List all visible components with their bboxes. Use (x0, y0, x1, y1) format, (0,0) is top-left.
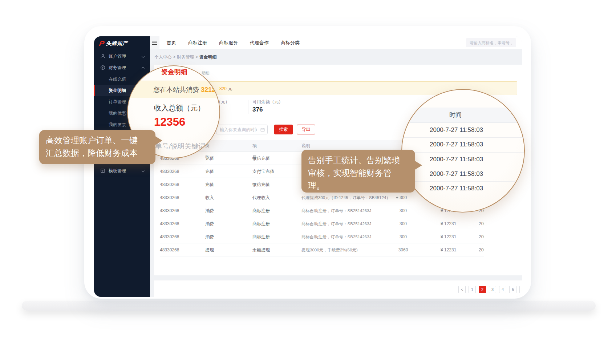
cell-desc: 代理提成300元（ID:1245，订单号：SB45124） (301, 191, 390, 204)
cell-desc: 商标自助注册，订单号：SB2514263J (301, 204, 371, 217)
balance-value: 376 (252, 106, 263, 113)
magnified-tab-label: 资金明细 (161, 68, 187, 76)
cell-item: 支付宝充值 (252, 165, 274, 178)
cell-type: 充值 (205, 165, 214, 178)
magnified-time-header-label: 时间 (449, 108, 462, 123)
cell-amount: + 300 (389, 191, 414, 204)
sidebar-item-account[interactable]: 账户管理 (94, 51, 150, 62)
cell-order: 48330268 (160, 165, 179, 178)
callout-right-line3: 理。 (308, 179, 409, 192)
cell-item: 商标注册 (252, 204, 270, 217)
search-input[interactable] (466, 38, 516, 47)
cell-item: 商标注册 (252, 217, 270, 230)
nav-item-home[interactable]: 首页 (167, 40, 176, 46)
cell-type: 消费 (205, 230, 214, 243)
cell-type: 充值 (205, 152, 214, 165)
sidebar-item-finance[interactable]: 财务管理 (94, 62, 150, 73)
table-row: 48330268 提现 余额提现 提现3000元，手续费2%(60元) – 30… (160, 243, 484, 256)
magnified-income-value: 12356 (154, 116, 185, 129)
chevron-down-icon (142, 169, 145, 172)
sidebar-item-label: 在线充值 (109, 74, 126, 85)
sidebar-item-templates[interactable]: 模板管理 (94, 165, 150, 177)
cell-type: 提现 (205, 243, 214, 256)
stat-divider (248, 100, 248, 114)
header-item[interactable]: 项目 (252, 140, 256, 151)
hamburger-icon (152, 41, 157, 46)
balance-label: 可用余额（元） (252, 99, 283, 105)
nav-menu: 首页 商标注册 商标服务 代理合作 商标分类 (167, 36, 300, 49)
sidebar-item-label: 我的发票 (109, 119, 126, 130)
cell-item: 微信充值 (252, 152, 270, 165)
magnifier-circle-right: 时间 2000-7-27 11:58:03 2000-7-27 11:58:03… (401, 89, 525, 213)
breadcrumb-home[interactable]: 个人中心 (154, 54, 172, 60)
cell-order: 48330268 (160, 243, 179, 256)
magnified-income-label: 收入总额（元） (154, 103, 205, 113)
brand-tagline: · · · · · · · · (109, 46, 128, 49)
cell-balance: ¥ 12231 (441, 243, 456, 256)
breadcrumb: 个人中心 > 财务管理 > 资金明细 (154, 54, 216, 60)
cell-desc: 商标自助注册，订单号：SB2514263J (301, 230, 371, 243)
cell-balance: ¥ 12231 (441, 230, 456, 243)
breadcrumb-finance[interactable]: 财务管理 (177, 54, 194, 60)
cell-desc: 商标自助注册，订单号：SB2514263J (301, 217, 371, 230)
nav-item-agency[interactable]: 代理合作 (250, 40, 269, 46)
breadcrumb-sep: > (195, 54, 198, 60)
cell-order: 48330268 (160, 178, 179, 191)
export-button[interactable]: 导出 (297, 125, 315, 134)
cell-item: 代理收入 (252, 191, 270, 204)
tab-partial-label[interactable]: 明细 (202, 70, 210, 76)
cell-time: 2000-7-27 11:58:03 (479, 230, 484, 243)
page-button-1[interactable]: 1 (469, 286, 476, 293)
chevron-down-icon (142, 55, 145, 58)
nav-item-tm-register[interactable]: 商标注册 (188, 40, 207, 46)
breadcrumb-sep: > (173, 54, 175, 60)
user-icon (100, 54, 105, 59)
cell-time: 2000-7-27 11:58:03 (479, 217, 484, 230)
page-prev-button[interactable]: < (458, 286, 466, 293)
callout-arrow-icon (155, 136, 162, 145)
cell-order: 48330268 (160, 217, 179, 230)
callout-arrow-icon (414, 161, 422, 170)
sidebar-item-label: 订单管理 (109, 96, 126, 108)
page-next-button[interactable]: > (519, 286, 522, 293)
cell-amount: – 300 (389, 204, 414, 217)
cell-type: 收入 (205, 191, 214, 204)
page-button-5[interactable]: 5 (509, 286, 516, 293)
search-button[interactable]: 搜索 (274, 125, 293, 134)
magnified-notice-bar: 您在本站共消费 32124 元 (128, 81, 220, 98)
callout-left: 高效管理账户订单、一键 汇总数据，降低财务成本 (39, 130, 155, 164)
cell-time: 2000-7-27 11:58:03 (479, 243, 484, 256)
cell-type: 充值 (205, 178, 214, 191)
nav-item-tm-classes[interactable]: 商标分类 (281, 40, 300, 46)
menu-toggle[interactable] (150, 36, 159, 49)
date-input[interactable] (216, 125, 257, 134)
brand-name: 头牌知产 (106, 40, 128, 47)
cell-order: 48330268 (160, 204, 179, 217)
cell-amount: – 3060 (389, 243, 414, 256)
table-row: 48330268 消费 商标注册 商标自助注册，订单号：SB2514263J –… (160, 217, 484, 230)
sidebar-item-label: 模板管理 (109, 165, 126, 177)
sidebar-item-label: 资金明细 (109, 85, 126, 96)
notice-unit: 元 (227, 86, 232, 91)
table-bottom-line (160, 256, 484, 256)
notice-amount: 820 (219, 86, 227, 91)
date-range-field (216, 125, 268, 134)
callout-right-line1: 告别手工统计、告别繁琐 (308, 154, 409, 167)
table-row: 48330268 消费 商标注册 商标自助注册，订单号：SB2514263J –… (160, 230, 484, 243)
laptop-base (22, 301, 596, 311)
cell-amount: – 300 (389, 217, 414, 230)
magnified-time-row: 2000-7-27 11:58:03 (402, 123, 525, 137)
page-button-3[interactable]: 3 (489, 286, 496, 293)
brand-logo-icon: P (98, 40, 105, 48)
page-button-2-active[interactable]: 2 (479, 286, 486, 293)
cell-item: 余额提现 (252, 243, 270, 256)
callout-right-line2: 审核，实现智能财务管 (308, 167, 409, 179)
cell-desc: 提现3000元，手续费2%(60元) (301, 243, 358, 256)
magnified-time-row: 2000-7-27 11:58:03 (402, 181, 525, 196)
cell-amount: – 300 (389, 230, 414, 243)
magnified-notice-prefix: 您在本站共消费 (153, 86, 201, 93)
template-icon (100, 168, 105, 173)
nav-item-tm-services[interactable]: 商标服务 (219, 40, 238, 46)
page-button-4[interactable]: 4 (499, 286, 506, 293)
cell-item: 商标注册 (252, 230, 270, 243)
